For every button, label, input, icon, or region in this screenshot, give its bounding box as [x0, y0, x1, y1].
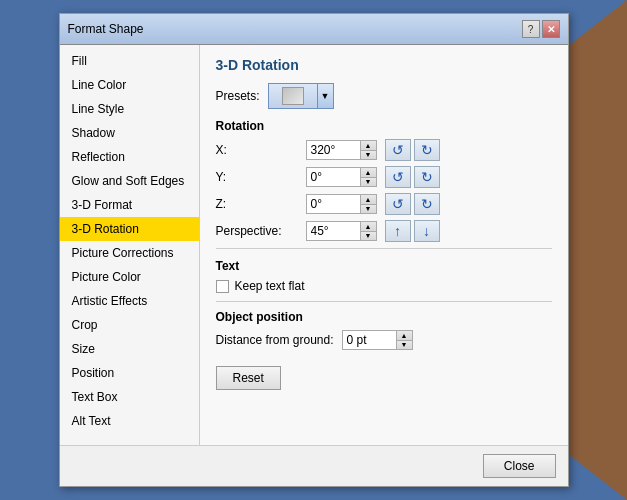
x-spin-buttons: ▲ ▼ — [361, 140, 377, 160]
y-input[interactable] — [306, 167, 361, 187]
sidebar-item-reflection[interactable]: Reflection — [60, 145, 199, 169]
presets-button-inner — [282, 87, 304, 105]
y-spin-buttons: ▲ ▼ — [361, 167, 377, 187]
z-spin-down[interactable]: ▼ — [361, 205, 376, 214]
sidebar-item-position[interactable]: Position — [60, 361, 199, 385]
sidebar-item-glow-soft-edges[interactable]: Glow and Soft Edges — [60, 169, 199, 193]
z-spin-buttons: ▲ ▼ — [361, 194, 377, 214]
sidebar-item-line-color[interactable]: Line Color — [60, 73, 199, 97]
sidebar-item-picture-color[interactable]: Picture Color — [60, 265, 199, 289]
x-spin-down[interactable]: ▼ — [361, 151, 376, 160]
content-panel: 3-D Rotation Presets: ▼ Rotation X: — [200, 45, 568, 445]
divider2 — [216, 301, 552, 302]
sidebar-item-alt-text[interactable]: Alt Text — [60, 409, 199, 433]
perspective-decrease-button[interactable]: ↑ — [385, 220, 411, 242]
object-position-section: Object position Distance from ground: ▲ … — [216, 310, 552, 350]
distance-spinbox: ▲ ▼ — [342, 330, 413, 350]
y-rotation-buttons: ↺ ↻ — [385, 166, 440, 188]
distance-row: Distance from ground: ▲ ▼ — [216, 330, 552, 350]
x-label: X: — [216, 143, 306, 157]
y-spin-up[interactable]: ▲ — [361, 168, 376, 178]
perspective-rotation-row: Perspective: ▲ ▼ ↑ ↓ — [216, 220, 552, 242]
perspective-spin-up[interactable]: ▲ — [361, 222, 376, 232]
panel-title: 3-D Rotation — [216, 57, 552, 73]
sidebar-item-shadow[interactable]: Shadow — [60, 121, 199, 145]
keep-text-flat-row: Keep text flat — [216, 279, 552, 293]
sidebar-item-text-box[interactable]: Text Box — [60, 385, 199, 409]
dialog-footer: Close — [60, 445, 568, 486]
presets-row: Presets: ▼ — [216, 83, 552, 109]
sidebar-item-size[interactable]: Size — [60, 337, 199, 361]
z-spin-up[interactable]: ▲ — [361, 195, 376, 205]
reset-button[interactable]: Reset — [216, 366, 281, 390]
close-title-button[interactable]: ✕ — [542, 20, 560, 38]
title-bar: Format Shape ? ✕ — [60, 14, 568, 45]
close-dialog-button[interactable]: Close — [483, 454, 556, 478]
perspective-increase-button[interactable]: ↓ — [414, 220, 440, 242]
perspective-spin-buttons: ▲ ▼ — [361, 221, 377, 241]
distance-spin-down[interactable]: ▼ — [397, 341, 412, 350]
x-rotate-ccw-button[interactable]: ↺ — [385, 139, 411, 161]
x-rotate-cw-button[interactable]: ↻ — [414, 139, 440, 161]
z-rotation-buttons: ↺ ↻ — [385, 193, 440, 215]
sidebar-item-crop[interactable]: Crop — [60, 313, 199, 337]
z-rotate-cw-button[interactable]: ↻ — [414, 193, 440, 215]
y-rotation-row: Y: ▲ ▼ ↺ ↻ — [216, 166, 552, 188]
keep-text-flat-label: Keep text flat — [235, 279, 305, 293]
presets-label: Presets: — [216, 89, 260, 103]
sidebar-item-artistic-effects[interactable]: Artistic Effects — [60, 289, 199, 313]
x-rotation-buttons: ↺ ↻ — [385, 139, 440, 161]
dialog-body: FillLine ColorLine StyleShadowReflection… — [60, 45, 568, 445]
sidebar-item-fill[interactable]: Fill — [60, 49, 199, 73]
object-position-label: Object position — [216, 310, 552, 324]
x-spin-up[interactable]: ▲ — [361, 141, 376, 151]
perspective-rotation-buttons: ↑ ↓ — [385, 220, 440, 242]
perspective-label: Perspective: — [216, 224, 306, 238]
dialog-title: Format Shape — [68, 22, 144, 36]
perspective-spinbox: ▲ ▼ — [306, 221, 377, 241]
distance-spin-buttons: ▲ ▼ — [397, 330, 413, 350]
distance-input[interactable] — [342, 330, 397, 350]
divider1 — [216, 248, 552, 249]
text-section-label: Text — [216, 259, 552, 273]
presets-dropdown-arrow[interactable]: ▼ — [318, 83, 334, 109]
x-input[interactable] — [306, 140, 361, 160]
keep-text-flat-checkbox[interactable] — [216, 280, 229, 293]
y-spin-down[interactable]: ▼ — [361, 178, 376, 187]
y-rotate-cw-button[interactable]: ↻ — [414, 166, 440, 188]
presets-control[interactable]: ▼ — [268, 83, 334, 109]
y-label: Y: — [216, 170, 306, 184]
perspective-input[interactable] — [306, 221, 361, 241]
z-label: Z: — [216, 197, 306, 211]
x-spinbox: ▲ ▼ — [306, 140, 377, 160]
z-rotation-row: Z: ▲ ▼ ↺ ↻ — [216, 193, 552, 215]
title-bar-buttons: ? ✕ — [522, 20, 560, 38]
y-rotate-ccw-button[interactable]: ↺ — [385, 166, 411, 188]
format-shape-dialog: Format Shape ? ✕ FillLine ColorLine Styl… — [59, 13, 569, 487]
sidebar: FillLine ColorLine StyleShadowReflection… — [60, 45, 200, 445]
distance-label: Distance from ground: — [216, 333, 334, 347]
sidebar-item-line-style[interactable]: Line Style — [60, 97, 199, 121]
distance-spin-up[interactable]: ▲ — [397, 331, 412, 341]
z-rotate-ccw-button[interactable]: ↺ — [385, 193, 411, 215]
y-spinbox: ▲ ▼ — [306, 167, 377, 187]
presets-button[interactable] — [268, 83, 318, 109]
help-button[interactable]: ? — [522, 20, 540, 38]
z-input[interactable] — [306, 194, 361, 214]
x-rotation-row: X: ▲ ▼ ↺ ↻ — [216, 139, 552, 161]
perspective-spin-down[interactable]: ▼ — [361, 232, 376, 241]
sidebar-item-3d-format[interactable]: 3-D Format — [60, 193, 199, 217]
text-section: Text Keep text flat — [216, 259, 552, 293]
z-spinbox: ▲ ▼ — [306, 194, 377, 214]
rotation-label: Rotation — [216, 119, 552, 133]
sidebar-item-3d-rotation[interactable]: 3-D Rotation — [60, 217, 199, 241]
sidebar-item-picture-corrections[interactable]: Picture Corrections — [60, 241, 199, 265]
